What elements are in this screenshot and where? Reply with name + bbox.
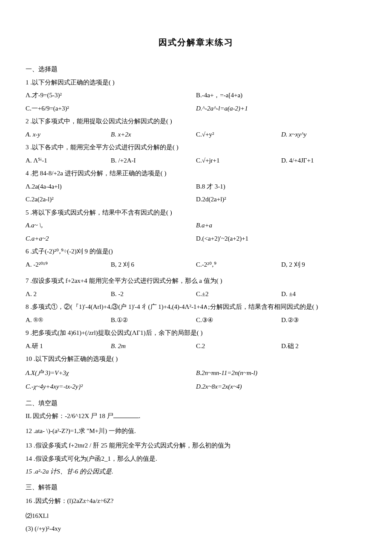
q4-stem: 4 .把 84-8/+2a 进行因式分解，结果正确的选项是( ) <box>26 167 366 180</box>
q4-options-row2: C.2a(2a-l)² D.2d(2a+l)² <box>26 193 366 206</box>
q3-option-d: D. 4/+4JΓ+1 <box>281 154 366 167</box>
q7-options: Λ. 2 B. -2 C.±2 D. ±4 <box>26 288 366 300</box>
q13: 13 .假设多项式 f+2tnr2 / 肝 25 能用完全平方公式因式分解，那么… <box>26 439 366 452</box>
q1-stem: 1 .以下分解因式正确的选项是( ) <box>26 76 366 89</box>
q16-part2: ⑵16XLl <box>26 510 366 522</box>
q3-option-a: A. Λ⁵ⁱ-1 <box>26 154 111 167</box>
q10-options-row2: C.-χ~4y+4xy=-tx-2y}² D.2x~8x=2x(x~4) <box>26 381 366 393</box>
q8-option-c: C.③④ <box>196 314 281 326</box>
q2-option-d: D. x~xy^y <box>281 128 366 141</box>
q2-options: A. x-y B. x+2x C.√+y² D. x~xy^y <box>26 128 366 141</box>
q3-option-b: B. /+2A-I <box>111 154 196 167</box>
q1-options-row1: Λ.才-9=(5-3)² B.-4a+，=-a[4+a) <box>26 89 366 102</box>
q8-stem: 8 .多项式①，②(『1)'-4(Arl)+4,③(户 1)'-4 彳(广 1)… <box>26 301 366 313</box>
q1-option-c: C.一+6/9=(a+3)² <box>26 102 196 115</box>
q5-stem: 5 .将以下多项式因式分解，结果中不含有因式的是( ) <box>26 206 366 219</box>
q16: 16 .因式分解：(l)2aZz÷4a/z÷6Z? <box>26 495 366 507</box>
q5-option-a: A.a~ \, <box>26 219 196 232</box>
section-3-header: 三、解答题 <box>26 481 366 494</box>
q12: 12 .ata- \)-(a²-Z?)=1,求 "M+川) 一帅的值. <box>26 425 366 437</box>
q10-option-c: C.-χ~4y+4xy=-tx-2y}² <box>26 381 196 393</box>
q4-options-row1: Λ.2a(4a-4a+l) B.8 才 3-1) <box>26 180 366 193</box>
q5-option-d: D.(<a+2)′~2(a+2)+1 <box>196 232 366 245</box>
q5-option-b: B.a+a <box>196 219 366 232</box>
q4-option-d: D.2d(2a+l)² <box>196 193 366 206</box>
q5-option-c: C.a+a~2 <box>26 232 196 245</box>
q6-option-c: C.-2²⁰‚⁹ <box>196 259 281 271</box>
q9-option-b: B. 2m <box>111 340 196 352</box>
q7-option-c: C.±2 <box>196 288 281 300</box>
q1-option-b: B.-4a+，=-a[4+a) <box>196 89 366 102</box>
q1-option-d: D.^-2a^-l=a(a-2)+1 <box>196 102 366 115</box>
q10-option-d: D.2x~8x=2x(x~4) <box>196 381 366 393</box>
q16-part3: (3) (/+y)²-4xy <box>26 523 366 535</box>
q11: IL 因式分解：-2/6^12X 尸 18 尸. <box>26 410 366 422</box>
q11-text: IL 因式分解：-2/6^12X 尸 18 尸 <box>26 413 113 419</box>
q3-option-c: C.√+jr+1 <box>196 154 281 167</box>
q3-stem: 3 .以下各式中，能用完全平方公式进行因式分解的是( ) <box>26 141 366 154</box>
section-2-header: 二、填空题 <box>26 397 366 410</box>
q1-options-row2: C.一+6/9=(a+3)² D.^-2a^-l=a(a-2)+1 <box>26 102 366 115</box>
q10-option-a: Λ.X(户 3)=V+3χ <box>26 367 196 379</box>
q4-option-b: B.8 才 3-1) <box>196 180 366 193</box>
q4-option-a: Λ.2a(4a-4a+l) <box>26 180 196 193</box>
q2-stem: 2 .以下多项式中，能用提取公因式法分解因式的是( ) <box>26 115 366 128</box>
q9-option-a: A.研 1 <box>26 340 111 352</box>
section-1-header: 一、选择题 <box>26 63 366 76</box>
q6-option-a: A. -2²⁰¹⁹ <box>26 259 111 271</box>
q4-option-c: C.2a(2a-l)² <box>26 193 196 206</box>
q2-option-a: A. x-y <box>26 128 111 141</box>
q15: 15 .a²-2a 计S、甘-6 的公因式是. <box>26 465 366 478</box>
q2-option-b: B. x+2x <box>111 128 196 141</box>
q6-option-b: B, 2 刈 6 <box>111 259 196 271</box>
q7-stem: 7 .假设多项式 f+2ax+4 能用完全平方公式进行因式分解，那么 a 值为(… <box>26 275 366 287</box>
q9-option-d: D.础 2 <box>281 340 366 352</box>
q10-option-b: B.2n~mn-11=2n(n~m-l) <box>196 367 366 379</box>
q8-option-a: A. ®® <box>26 314 111 326</box>
q9-stem: 9 .把多项式(加 4)61)+(/zrl)提取公因式(ΛΓ1)后，余下的局部是… <box>26 327 366 339</box>
q8-option-d: D.②③ <box>281 314 366 326</box>
q6-options: A. -2²⁰¹⁹ B, 2 刈 6 C.-2²⁰‚⁹ D, 2 刈 9 <box>26 259 366 271</box>
q6-stem: 6 .式子(-2)²⁰‚⁹÷(-2)刈 9 的值是() <box>26 245 366 258</box>
q10-options-row1: Λ.X(户 3)=V+3χ B.2n~mn-11=2n(n~m-l) <box>26 367 366 379</box>
q9-options: A.研 1 B. 2m C.2 D.础 2 <box>26 340 366 352</box>
q7-option-a: Λ. 2 <box>26 288 111 300</box>
q7-option-b: B. -2 <box>111 288 196 300</box>
page-title: 因式分解章末练习 <box>26 34 366 50</box>
q8-option-b: B.①② <box>111 314 196 326</box>
q1-option-a: Λ.才-9=(5-3)² <box>26 89 196 102</box>
q5-options-row2: C.a+a~2 D.(<a+2)′~2(a+2)+1 <box>26 232 366 245</box>
q6-option-d: D, 2 刈 9 <box>281 259 366 271</box>
q14: 14 .假设多项式可化为(户函2_1，那么人的值是. <box>26 453 366 465</box>
q7-option-d: D. ±4 <box>281 288 366 300</box>
q11-end: . <box>139 413 141 419</box>
q10-stem: 10 .以下因式分解正确的选项是( ) <box>26 353 366 365</box>
q2-option-c: C.√+y² <box>196 128 281 141</box>
q9-option-c: C.2 <box>196 340 281 352</box>
q5-options-row1: A.a~ \, B.a+a <box>26 219 366 232</box>
q8-options: A. ®® B.①② C.③④ D.②③ <box>26 314 366 326</box>
q11-blank <box>113 412 139 418</box>
q3-options: A. Λ⁵ⁱ-1 B. /+2A-I C.√+jr+1 D. 4/+4JΓ+1 <box>26 154 366 167</box>
